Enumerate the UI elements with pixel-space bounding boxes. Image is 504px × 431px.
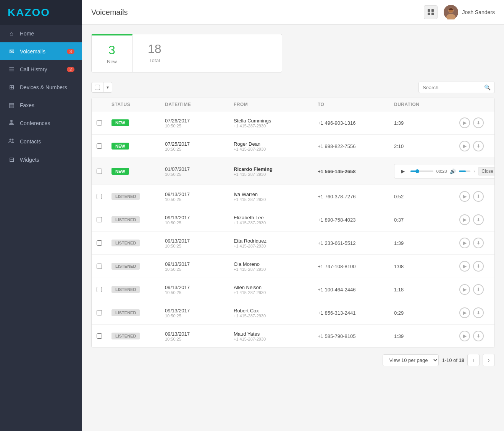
from-name: Ricardo Fleming [234,166,309,172]
table-row: Listened 09/13/2017 10:50:25 Iva Warren … [92,185,494,208]
sidebar-item-contacts[interactable]: Contacts [0,132,82,151]
row-checkbox[interactable] [97,310,102,315]
select-all-checkbox-part[interactable] [92,82,103,92]
to-cell: +1 998-822-7556 [313,141,389,151]
row-checkbox-cell[interactable] [92,120,107,125]
date-value: 07/26/2017 [165,118,225,124]
svg-rect-6 [431,13,434,15]
svg-point-0 [10,120,13,122]
prev-page-button[interactable]: ‹ [467,354,480,366]
play-button[interactable]: ▶ [459,238,470,248]
sidebar-item-call-history[interactable]: ☰ Call History 2 [0,60,82,78]
download-button[interactable]: ⬇ [473,238,484,248]
row-checkbox[interactable] [97,287,102,292]
play-button[interactable]: ▶ [459,214,470,225]
row-checkbox-cell[interactable] [92,143,107,149]
sidebar-item-conferences[interactable]: Conferences [0,114,82,132]
audio-player-cell: ▶ 00:28 🔊 › Close [389,162,428,181]
svg-point-2 [12,139,14,141]
row-checkbox-cell[interactable] [92,333,107,339]
datetime-cell: 09/13/2017 10:50:25 [160,306,229,320]
row-checkbox-cell[interactable] [92,264,107,269]
download-button[interactable]: ⬇ [473,191,484,202]
table-row: Listened 09/13/2017 10:50:25 Robert Cox … [92,301,494,325]
more-icon[interactable]: › [473,169,475,174]
actions-cell: ▶ ⬇ [428,115,494,130]
row-checkbox[interactable] [97,194,102,199]
duration-cell: 2:10 [389,141,428,151]
row-checkbox-cell[interactable] [92,194,107,199]
row-checkbox[interactable] [97,264,102,269]
sidebar-item-widgets[interactable]: ⊟ Widgets [0,151,82,169]
download-button[interactable]: ⬇ [473,141,484,151]
row-checkbox-cell[interactable] [92,240,107,246]
audio-player: ▶ 00:28 🔊 › Close [394,164,495,179]
topbar: Voicemails [82,0,504,25]
date-value: 01/07/2017 [165,166,225,172]
row-checkbox[interactable] [97,240,102,246]
actions-cell: ▶ ⬇ [428,282,494,297]
from-name: Roger Dean [234,141,309,147]
row-checkbox[interactable] [97,169,102,174]
download-button[interactable]: ⬇ [473,331,484,341]
volume-bar[interactable] [459,170,470,172]
datetime-cell: 09/13/2017 10:50:25 [160,282,229,297]
th-duration: DURATION [389,102,428,107]
status-cell: Listened [107,214,160,225]
sidebar: KAZOO ⌂ Home ✉ Voicemails 3 ☰ Call Histo… [0,0,82,431]
duration-cell: 1:08 [389,261,428,272]
row-checkbox[interactable] [97,333,102,339]
download-button[interactable]: ⬇ [473,261,484,272]
action-buttons: ▶ ⬇ [432,191,490,202]
bulk-select[interactable]: ▾ [91,82,112,93]
row-checkbox[interactable] [97,120,102,125]
user-info[interactable]: Josh Sanders [444,5,495,19]
from-number: +1 415-287-2930 [234,124,309,128]
play-button[interactable]: ▶ [459,284,470,295]
download-button[interactable]: ⬇ [473,117,484,128]
duration-cell: 1:39 [389,118,428,128]
play-button[interactable]: ▶ [459,117,470,128]
play-button[interactable]: ▶ [459,191,470,202]
sidebar-item-voicemails[interactable]: ✉ Voicemails 3 [0,42,82,60]
play-button[interactable]: ▶ [459,331,470,341]
to-cell: +1 747-108-8100 [313,261,389,272]
play-button[interactable]: ▶ [459,141,470,151]
stat-total[interactable]: 18 Total [132,34,177,72]
row-checkbox-cell[interactable] [92,217,107,222]
volume-icon[interactable]: 🔊 [450,169,456,174]
search-input[interactable] [423,85,484,90]
status-badge: Listened [111,193,140,200]
from-number: +1 415-287-2930 [234,314,309,318]
sidebar-item-label: Voicemails [20,48,45,55]
download-button[interactable]: ⬇ [473,214,484,225]
sidebar-item-home[interactable]: ⌂ Home [0,25,82,42]
row-checkbox[interactable] [97,217,102,222]
row-checkbox[interactable] [97,143,102,149]
table-toolbar: ▾ 🔍 [91,82,495,93]
stat-new[interactable]: 3 New [92,34,132,72]
row-checkbox-cell[interactable] [92,310,107,315]
row-checkbox-cell[interactable] [92,287,107,292]
sidebar-item-label: Faxes [20,102,34,108]
date-value: 09/13/2017 [165,285,225,290]
close-button[interactable]: Close [478,167,495,175]
select-all-checkbox[interactable] [95,85,100,90]
grid-icon-button[interactable] [424,5,438,19]
per-page-select[interactable]: View 10 per page View 25 per page View 5… [383,354,439,366]
download-button[interactable]: ⬇ [473,284,484,295]
progress-bar[interactable] [410,170,433,172]
sidebar-item-devices-numbers[interactable]: ⊞ Devices & Numbers [0,78,82,96]
play-button[interactable]: ▶ [459,307,470,318]
sidebar-item-faxes[interactable]: ▤ Faxes [0,96,82,114]
from-name: Stella Cummings [234,118,309,124]
download-button[interactable]: ⬇ [473,307,484,318]
pause-button[interactable]: ▶ [398,167,407,176]
date-value: 09/13/2017 [165,215,225,220]
bulk-dropdown-arrow[interactable]: ▾ [103,83,112,92]
row-checkbox-cell[interactable] [92,169,107,174]
next-page-button[interactable]: › [483,354,495,366]
th-datetime: DATE/TIME [160,102,229,107]
actions-cell: ▶ ⬇ [428,235,494,251]
play-button[interactable]: ▶ [459,261,470,272]
